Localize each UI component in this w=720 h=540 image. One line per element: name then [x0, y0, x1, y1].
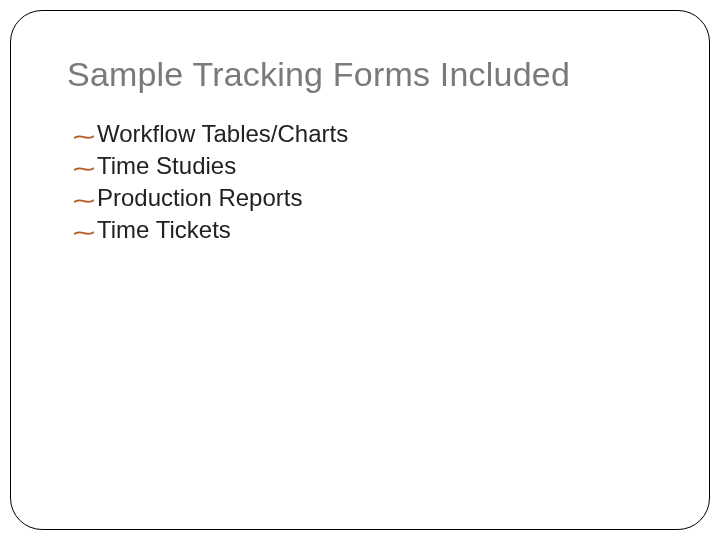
list-item-text: Time Tickets	[97, 216, 231, 244]
list-item: ⁓ Time Studies	[73, 152, 653, 180]
slide-frame: Sample Tracking Forms Included ⁓ Workflo…	[10, 10, 710, 530]
list-item-text: Workflow Tables/Charts	[97, 120, 348, 148]
list-item: ⁓ Workflow Tables/Charts	[73, 120, 653, 148]
wave-bullet-icon: ⁓	[73, 158, 95, 180]
wave-bullet-icon: ⁓	[73, 222, 95, 244]
list-item-text: Production Reports	[97, 184, 302, 212]
list-item: ⁓ Production Reports	[73, 184, 653, 212]
bullet-list: ⁓ Workflow Tables/Charts ⁓ Time Studies …	[67, 120, 653, 244]
list-item: ⁓ Time Tickets	[73, 216, 653, 244]
wave-bullet-icon: ⁓	[73, 190, 95, 212]
slide-title: Sample Tracking Forms Included	[67, 55, 653, 94]
list-item-text: Time Studies	[97, 152, 236, 180]
wave-bullet-icon: ⁓	[73, 126, 95, 148]
